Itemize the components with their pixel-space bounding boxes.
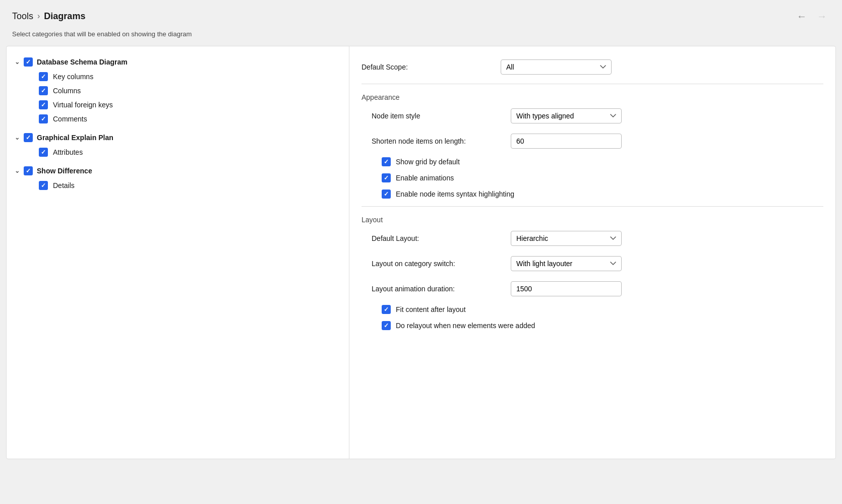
divider-appearance: [362, 84, 823, 84]
node-item-style-select-wrapper: With types aligned Simple Compact: [511, 108, 622, 123]
tree-children-show-difference: Details: [37, 178, 343, 193]
default-scope-row: Default Scope: All Schema Database: [362, 54, 823, 80]
fit-content-label: Fit content after layout: [396, 305, 466, 313]
tree-group-database-schema-label: Database Schema Diagram: [37, 58, 128, 66]
default-layout-label: Default Layout:: [372, 234, 503, 242]
default-scope-label: Default Scope:: [362, 63, 493, 71]
node-item-style-select[interactable]: With types aligned Simple Compact: [511, 108, 622, 123]
fit-content-row: Fit content after layout: [372, 301, 823, 318]
enable-animations-label: Enable animations: [396, 174, 454, 182]
checkbox-graphical-explain[interactable]: [24, 133, 33, 142]
checkbox-columns[interactable]: [39, 86, 48, 95]
tree-item-key-columns-label: Key columns: [53, 73, 93, 81]
default-layout-select-wrapper: Hierarchic Organic Orthogonal: [511, 231, 622, 246]
tree-item-attributes-label: Attributes: [53, 148, 83, 156]
node-item-style-row: Node item style With types aligned Simpl…: [372, 103, 823, 129]
show-grid-row: Show grid by default: [372, 154, 823, 170]
tree-section-database-schema: ⌄ Database Schema Diagram Key columns Co…: [13, 54, 343, 126]
layout-animation-duration-input[interactable]: [511, 281, 622, 296]
layout-category-switch-label: Layout on category switch:: [372, 260, 503, 268]
tree-group-database-schema[interactable]: ⌄ Database Schema Diagram: [13, 54, 343, 70]
checkbox-comments[interactable]: [39, 114, 48, 123]
tree-item-attributes: Attributes: [37, 145, 343, 159]
tree-children-database-schema: Key columns Columns Virtual foreign keys…: [37, 70, 343, 126]
checkbox-enable-highlighting[interactable]: [382, 190, 391, 199]
tree-group-graphical-explain[interactable]: ⌄ Graphical Explain Plan: [13, 130, 343, 145]
layout-section-title: Layout: [362, 211, 823, 226]
chevron-database-schema-icon[interactable]: ⌄: [15, 58, 20, 66]
tree-item-virtual-foreign-keys: Virtual foreign keys: [37, 98, 343, 112]
breadcrumb: Tools › Diagrams: [12, 11, 85, 22]
tree-group-show-difference[interactable]: ⌄ Show Difference: [13, 163, 343, 178]
left-panel: ⌄ Database Schema Diagram Key columns Co…: [7, 46, 349, 459]
breadcrumb-tools: Tools: [12, 11, 33, 22]
page-wrapper: Tools › Diagrams ← → Select categories t…: [0, 0, 842, 504]
default-scope-select-wrapper: All Schema Database: [501, 59, 612, 75]
header: Tools › Diagrams ← →: [0, 0, 842, 30]
tree-section-graphical-explain: ⌄ Graphical Explain Plan Attributes: [13, 130, 343, 159]
layout-animation-duration-label: Layout animation duration:: [372, 285, 503, 293]
back-arrow-button[interactable]: ←: [794, 9, 810, 23]
checkbox-do-relayout[interactable]: [382, 321, 391, 330]
tree-item-columns: Columns: [37, 84, 343, 98]
breadcrumb-diagrams: Diagrams: [44, 11, 85, 22]
show-grid-label: Show grid by default: [396, 158, 460, 166]
default-layout-select[interactable]: Hierarchic Organic Orthogonal: [511, 231, 622, 246]
checkbox-virtual-foreign-keys[interactable]: [39, 100, 48, 109]
tree-children-graphical-explain: Attributes: [37, 145, 343, 159]
main-content: ⌄ Database Schema Diagram Key columns Co…: [6, 46, 836, 459]
enable-animations-row: Enable animations: [372, 170, 823, 186]
tree-item-details: Details: [37, 178, 343, 193]
tree-group-show-difference-label: Show Difference: [37, 167, 92, 175]
checkbox-show-grid[interactable]: [382, 157, 391, 166]
do-relayout-row: Do relayout when new elements were added: [372, 318, 823, 334]
checkbox-key-columns[interactable]: [39, 72, 48, 81]
tree-item-columns-label: Columns: [53, 87, 81, 95]
forward-arrow-button[interactable]: →: [814, 9, 830, 23]
enable-highlighting-label: Enable node items syntax highlighting: [396, 190, 514, 198]
layout-category-switch-select[interactable]: With light layouter None Full: [511, 256, 622, 271]
enable-highlighting-row: Enable node items syntax highlighting: [372, 186, 823, 202]
tree-item-virtual-foreign-keys-label: Virtual foreign keys: [53, 101, 113, 109]
tree-item-comments: Comments: [37, 112, 343, 126]
tree-item-key-columns: Key columns: [37, 70, 343, 84]
shorten-node-items-input[interactable]: [511, 134, 622, 149]
do-relayout-label: Do relayout when new elements were added: [396, 322, 535, 330]
tree-section-show-difference: ⌄ Show Difference Details: [13, 163, 343, 193]
right-panel: Default Scope: All Schema Database Appea…: [349, 46, 835, 459]
shorten-node-items-label: Shorten node items on length:: [372, 137, 503, 145]
tree-group-graphical-explain-label: Graphical Explain Plan: [37, 134, 113, 142]
breadcrumb-separator: ›: [37, 12, 40, 21]
layout-animation-duration-row: Layout animation duration:: [372, 276, 823, 301]
default-scope-select[interactable]: All Schema Database: [501, 59, 612, 75]
checkbox-fit-content[interactable]: [382, 305, 391, 314]
checkbox-database-schema[interactable]: [24, 57, 33, 67]
appearance-block: Node item style With types aligned Simpl…: [362, 103, 823, 202]
divider-layout: [362, 206, 823, 207]
layout-category-switch-select-wrapper: With light layouter None Full: [511, 256, 622, 271]
chevron-show-difference-icon[interactable]: ⌄: [15, 167, 20, 174]
shorten-node-items-row: Shorten node items on length:: [372, 129, 823, 154]
default-layout-row: Default Layout: Hierarchic Organic Ortho…: [372, 226, 823, 251]
tree-item-details-label: Details: [53, 181, 75, 190]
tree-item-comments-label: Comments: [53, 115, 87, 123]
layout-block: Default Layout: Hierarchic Organic Ortho…: [362, 226, 823, 334]
checkbox-show-difference[interactable]: [24, 166, 33, 175]
chevron-graphical-explain-icon[interactable]: ⌄: [15, 134, 20, 141]
subtitle: Select categories that will be enabled o…: [0, 30, 842, 46]
appearance-section-title: Appearance: [362, 88, 823, 103]
nav-arrows: ← →: [794, 9, 830, 23]
node-item-style-label: Node item style: [372, 112, 503, 120]
layout-category-switch-row: Layout on category switch: With light la…: [372, 251, 823, 276]
checkbox-attributes[interactable]: [39, 148, 48, 157]
checkbox-enable-animations[interactable]: [382, 173, 391, 182]
checkbox-details[interactable]: [39, 181, 48, 190]
